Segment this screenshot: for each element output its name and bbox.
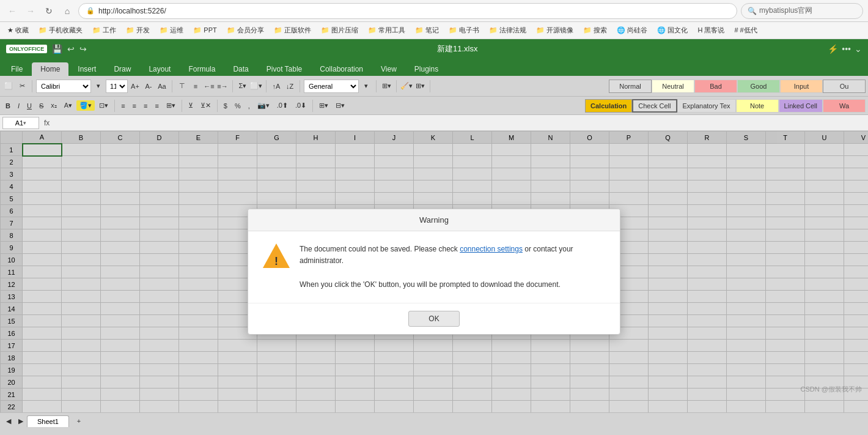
- url-bar[interactable]: 🔒 http://localhost:5226/: [78, 3, 737, 19]
- align-left-btn[interactable]: ≡: [118, 101, 128, 111]
- chevron-down-icon[interactable]: ⌄: [855, 44, 862, 54]
- inc-decimal-btn[interactable]: .0⬆: [274, 100, 291, 111]
- bookmark-notes[interactable]: 📁 笔记: [411, 24, 443, 36]
- indent-dec-btn[interactable]: ←≡: [203, 80, 215, 92]
- bookmark-sg[interactable]: 🌐 尚硅谷: [613, 24, 651, 36]
- strikethrough-btn[interactable]: S: [36, 101, 46, 111]
- bookmark-ppt[interactable]: 📁 PPT: [189, 25, 220, 35]
- sum-btn[interactable]: Σ▾: [237, 80, 249, 92]
- clear-filter-btn[interactable]: ⊻✕: [197, 100, 214, 111]
- tab-pivot[interactable]: Pivot Table: [258, 62, 311, 76]
- formula-input[interactable]: [54, 117, 866, 129]
- tab-formula[interactable]: Formula: [180, 62, 224, 76]
- table-style-btn[interactable]: ⊟▾: [333, 100, 348, 111]
- comma-btn[interactable]: ,: [245, 101, 253, 111]
- bookmark-dev[interactable]: 📁 开发: [122, 24, 153, 36]
- nav-back[interactable]: ←: [5, 4, 20, 18]
- italic-btn[interactable]: I: [15, 101, 23, 111]
- number-format-dropdown[interactable]: ▾: [360, 80, 372, 92]
- lightning-icon[interactable]: ⚡: [828, 44, 838, 54]
- percent-btn[interactable]: %: [232, 101, 244, 111]
- redo-icon[interactable]: ↪: [79, 44, 87, 54]
- bookmark-star[interactable]: ★ 收藏: [4, 24, 32, 36]
- sheet-nav-prev[interactable]: ◀: [2, 415, 15, 427]
- bookmark-vip[interactable]: 📁 会员分享: [223, 24, 268, 36]
- tab-collab[interactable]: Collaboration: [311, 62, 372, 76]
- subscript-btn[interactable]: x₂: [48, 100, 60, 111]
- clear-btn[interactable]: 🧹▾: [400, 80, 413, 92]
- connection-link[interactable]: connection settings: [460, 245, 523, 253]
- style-output-btn[interactable]: Ou: [823, 80, 866, 93]
- style-note-btn[interactable]: Note: [736, 99, 779, 113]
- align-justify-btn[interactable]: ≡: [152, 101, 161, 111]
- cut-btn[interactable]: ✂: [16, 80, 28, 92]
- indent-inc-btn[interactable]: ≡→: [216, 80, 229, 92]
- align-right-btn[interactable]: ≡: [141, 101, 150, 111]
- align-middle-btn[interactable]: ≡: [189, 80, 202, 92]
- dec-places-btn[interactable]: 📷▾: [254, 100, 273, 111]
- merge-btn[interactable]: ⊞▾: [163, 100, 178, 111]
- number-format-select[interactable]: General: [304, 80, 359, 93]
- cell-ref-dropdown[interactable]: ▾: [23, 120, 26, 126]
- nav-refresh[interactable]: ↻: [42, 4, 56, 18]
- more-icon[interactable]: •••: [842, 44, 851, 54]
- indent-btn[interactable]: ⊤: [176, 80, 188, 92]
- font-increase-btn[interactable]: A+: [129, 80, 141, 92]
- currency-btn[interactable]: $: [221, 101, 230, 111]
- style-neutral-btn[interactable]: Neutral: [652, 80, 694, 93]
- bookmark-tools[interactable]: 📁 常用工具: [364, 24, 409, 36]
- font-name-dropdown[interactable]: ▾: [92, 80, 105, 92]
- cond-format-btn[interactable]: ⊞▾: [414, 80, 426, 92]
- tab-draw[interactable]: Draw: [105, 62, 139, 76]
- style-bad-btn[interactable]: Bad: [694, 80, 737, 93]
- align-center-btn[interactable]: ≡: [130, 101, 139, 111]
- nav-forward[interactable]: →: [23, 4, 38, 18]
- ok-button[interactable]: OK: [408, 311, 459, 327]
- style-calculation-btn[interactable]: Calculation: [585, 99, 632, 113]
- bold-btn[interactable]: B: [2, 101, 13, 111]
- bookmark-img[interactable]: 📁 图片压缩: [317, 24, 362, 36]
- font-decrease-btn[interactable]: A-: [142, 80, 155, 92]
- style-explanatory-btn[interactable]: Explanatory Tex: [677, 99, 736, 113]
- underline-btn[interactable]: U: [24, 101, 35, 111]
- sheet-nav-next[interactable]: ▶: [15, 415, 27, 427]
- nav-home[interactable]: ⌂: [60, 4, 75, 18]
- tab-layout[interactable]: Layout: [140, 62, 179, 76]
- add-sheet-btn[interactable]: +: [73, 415, 85, 427]
- fill-btn[interactable]: ⬜▾: [250, 80, 262, 92]
- tab-insert[interactable]: Insert: [69, 62, 105, 76]
- fill-color-btn[interactable]: 🪣▾: [76, 100, 95, 111]
- font-size-select[interactable]: 11: [106, 80, 128, 93]
- sort-desc-btn[interactable]: ↓Z: [284, 80, 296, 92]
- undo-icon[interactable]: ↩: [67, 44, 75, 54]
- sheet-tab-1[interactable]: Sheet1: [27, 415, 69, 427]
- bookmark-mobile[interactable]: 📁 手机收藏夹: [35, 24, 86, 36]
- bookmark-work[interactable]: 📁 工作: [89, 24, 120, 36]
- font-name-select[interactable]: Calibri: [36, 80, 91, 93]
- tab-view[interactable]: View: [372, 62, 405, 76]
- insert-cells-btn[interactable]: ⊞▾: [316, 100, 331, 111]
- bookmark-search[interactable]: 📁 搜索: [579, 24, 611, 36]
- tab-file[interactable]: File: [2, 62, 31, 76]
- sort-asc-btn[interactable]: ↑A: [270, 80, 282, 92]
- bookmark-books[interactable]: 📁 电子书: [445, 24, 483, 36]
- cell-reference-box[interactable]: A1 ▾: [2, 117, 39, 129]
- border-btn[interactable]: ⊡▾: [96, 100, 111, 111]
- tab-plugins[interactable]: Plugins: [406, 62, 447, 76]
- style-normal-btn[interactable]: Normal: [609, 80, 652, 93]
- bookmark-hacker[interactable]: H 黑客说: [694, 24, 728, 36]
- font-case-btn[interactable]: Aa: [156, 80, 168, 92]
- tab-data[interactable]: Data: [224, 62, 257, 76]
- tab-home[interactable]: Home: [32, 62, 68, 76]
- style-check-cell-btn[interactable]: Check Cell: [632, 99, 677, 113]
- table-btn[interactable]: ⊞▾: [380, 80, 392, 92]
- style-good-btn[interactable]: Good: [737, 80, 780, 93]
- search-bar[interactable]: 🔍 mybatisplus官网: [741, 3, 863, 19]
- font-color-btn[interactable]: A▾: [61, 100, 75, 111]
- bookmark-low[interactable]: # #低代: [730, 24, 760, 36]
- style-linked-btn[interactable]: Linked Cell: [779, 99, 823, 113]
- select-all-btn[interactable]: ⬜: [2, 80, 15, 92]
- style-input-btn[interactable]: Input: [780, 80, 823, 93]
- bookmark-oss[interactable]: 📁 开源镜像: [532, 24, 577, 36]
- dec-decimal-btn[interactable]: .0⬇: [292, 100, 309, 111]
